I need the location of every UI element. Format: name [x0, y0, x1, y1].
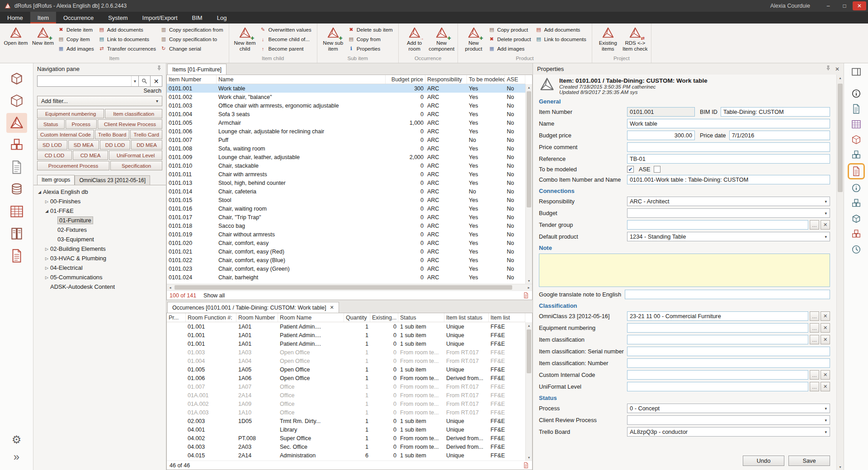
scroll-thumb[interactable]	[175, 285, 512, 290]
show-all-link[interactable]: Show all	[203, 292, 225, 299]
table-row[interactable]: 0101.007Puff0ARCNoNo	[167, 136, 525, 144]
browse-button[interactable]: …	[810, 335, 819, 344]
pin-icon[interactable]	[825, 65, 831, 73]
table-row[interactable]: 01A.0021A09Office10From room te...From R…	[167, 400, 525, 408]
ribbon-button-new-product[interactable]: ✚New product	[460, 24, 487, 54]
name-field[interactable]: Work table	[627, 119, 830, 128]
column-header-item-number[interactable]: Item Number	[167, 75, 217, 84]
expand-icon[interactable]: ▷	[43, 275, 50, 280]
column-header-ase[interactable]: ASE	[505, 75, 525, 84]
documents-icon[interactable]	[6, 157, 27, 177]
item-classification-field[interactable]	[627, 335, 808, 344]
table-row[interactable]: 0101.014Chair, cafeteria0ARCNoNo	[167, 187, 525, 196]
filter-dd-mea[interactable]: DD MEA	[131, 140, 162, 150]
tree-node-01-ff-e[interactable]: ◢01-FF&E	[33, 206, 166, 216]
column-header-quantity[interactable]: Quantity	[344, 313, 370, 322]
custom-internal-code-field[interactable]	[627, 370, 808, 380]
table-row[interactable]: 01.0071A07Office10From room te...From RT…	[167, 382, 525, 391]
catalogs-icon[interactable]	[6, 224, 27, 244]
tree-node-adsk-autodesk-content[interactable]: ADSK-Autodesk Content	[33, 282, 166, 291]
column-header-pr[interactable]: Pr...	[167, 313, 186, 322]
ribbon-button-rds-item-check[interactable]: ⇄RDS <-> Item check	[622, 24, 649, 54]
ase-checkbox[interactable]	[654, 166, 660, 173]
linked-rooms-icon[interactable]	[848, 212, 865, 226]
report-icon[interactable]	[523, 462, 529, 469]
ribbon-button-overwritten-values[interactable]: ✎Overwritten values	[259, 25, 315, 34]
menu-tab-import-export[interactable]: Import/Export	[135, 12, 185, 24]
google-translate-field[interactable]	[625, 290, 830, 299]
clear-button[interactable]: ✕	[821, 311, 830, 321]
column-header-room-number[interactable]: Room Number	[236, 313, 278, 322]
column-header-status[interactable]: Status	[398, 313, 444, 322]
search-link[interactable]: Search	[143, 88, 161, 94]
table-row[interactable]: 01A.0031A10Office10From room te...From R…	[167, 408, 525, 417]
scroll-up-icon[interactable]: ▴	[526, 84, 532, 90]
menu-tab-bim[interactable]: BIM	[185, 12, 210, 24]
filter-cd-mea[interactable]: CD MEA	[73, 150, 108, 160]
column-header-name[interactable]: Name	[217, 75, 386, 84]
rooms-icon[interactable]	[6, 69, 27, 89]
ribbon-button-add-images[interactable]: ▦Add images	[57, 44, 97, 53]
item-classification-serial-number-field[interactable]	[627, 347, 830, 356]
browse-button[interactable]: …	[810, 323, 819, 333]
occurrences-vertical-scrollbar[interactable]: ▴ ▾	[525, 322, 532, 461]
table-row[interactable]: 0101.005Armchair1,000ARCYesNo	[167, 118, 525, 127]
save-button[interactable]: Save	[788, 456, 830, 466]
occurrences-tab[interactable]: Occurrences [0101.001 / Table-Dining: CU…	[167, 302, 339, 313]
ribbon-button-new-item-child[interactable]: ✚New item child	[231, 24, 259, 54]
report-icon[interactable]	[523, 292, 529, 299]
filter-sd-lod[interactable]: SD LOD	[37, 140, 67, 150]
settings-icon[interactable]: ⚙	[12, 431, 22, 448]
price-comment-field[interactable]	[627, 142, 830, 152]
room-data-icon[interactable]	[6, 91, 27, 111]
ribbon-button-add-documents[interactable]: ▤Add documents	[534, 25, 589, 34]
column-header-existing[interactable]: Existing...	[370, 313, 398, 322]
table-row[interactable]: 0101.015Stool0ARCYesNo	[167, 196, 525, 204]
tree-node-alexia-english-db[interactable]: ◢Alexia English db	[33, 187, 166, 197]
scroll-left-icon[interactable]: ◂	[167, 286, 174, 290]
model-3d-icon[interactable]	[848, 132, 865, 146]
table-row[interactable]: 0101.001Work table300ARCYesNo	[167, 84, 525, 93]
clear-button[interactable]: ✕	[821, 382, 830, 391]
filter-equipment-numbering[interactable]: Equipment numbering	[37, 109, 104, 118]
ribbon-button-link-to-documents[interactable]: ▤Link to documents	[97, 34, 159, 44]
menu-tab-system[interactable]: System	[101, 12, 135, 24]
table-row[interactable]: 01.0011A01Patient Admin....101 sub itemU…	[167, 322, 525, 331]
process-select[interactable]: 0 - Concept ▾	[627, 404, 830, 413]
budget-select[interactable]: ▾	[627, 208, 830, 218]
to-be-modeled-checkbox[interactable]: ✔	[627, 166, 634, 173]
browse-button[interactable]: …	[810, 311, 819, 321]
ribbon-button-add-to-room[interactable]: →Add to room	[401, 24, 428, 54]
table-row[interactable]: 0101.018Sacco bag0ARCYesNo	[167, 221, 525, 230]
linked-products-icon[interactable]	[848, 227, 865, 241]
filter-status[interactable]: Status	[37, 119, 65, 129]
trello-board-select[interactable]: AL8zpQ3p - conductor ▾	[627, 427, 830, 437]
table-row[interactable]: 0101.008Sofa, waiting room0ARCYesNo	[167, 144, 525, 153]
client-review-process-select[interactable]: ▾	[627, 415, 830, 425]
clear-search-icon[interactable]: ✕	[151, 75, 162, 87]
scroll-up-icon[interactable]: ▴	[837, 75, 844, 81]
items-vertical-scrollbar[interactable]: ▴ ▾	[525, 84, 532, 284]
browse-button[interactable]: …	[810, 382, 819, 391]
menu-tab-home[interactable]: Home	[0, 12, 30, 24]
items-tab[interactable]: Items [01-Furniture]	[167, 64, 226, 75]
filter-uniformat-level[interactable]: UniFormat Level	[109, 150, 162, 160]
scroll-down-icon[interactable]: ▾	[837, 464, 844, 470]
table-row[interactable]: 0101.010Chair, stackable0ARCYesNo	[167, 161, 525, 170]
item-number-field[interactable]: 0101.001	[627, 107, 695, 117]
filter-item-classification[interactable]: Item classification	[105, 109, 162, 118]
ribbon-button-new-item[interactable]: ✚New item	[29, 24, 57, 54]
ribbon-button-existing-items[interactable]: Existing items	[594, 24, 622, 54]
tender-group-field[interactable]	[627, 220, 808, 230]
ribbon-button-copy-from[interactable]: ▤Copy from	[347, 34, 396, 44]
ribbon-button-link-to-documents[interactable]: ▤Link to documents	[534, 34, 589, 44]
note-textarea[interactable]	[539, 254, 830, 287]
documents-panel-icon[interactable]	[848, 163, 865, 179]
column-header-to-be-modeled[interactable]: To be modeled	[467, 75, 505, 84]
clear-button[interactable]: ✕	[821, 220, 830, 230]
menu-tab-occurrence[interactable]: Occurrence	[56, 12, 101, 24]
table-row[interactable]: 0101.016Chair, waiting room0ARCYesNo	[167, 204, 525, 213]
nav-tab-omniclass-23-2012-05-16[interactable]: OmniClass 23 [2012-05-16]	[75, 175, 150, 185]
panel-layout-icon[interactable]	[848, 65, 865, 79]
properties-scrollbar[interactable]: ▴ ▾	[836, 75, 844, 470]
